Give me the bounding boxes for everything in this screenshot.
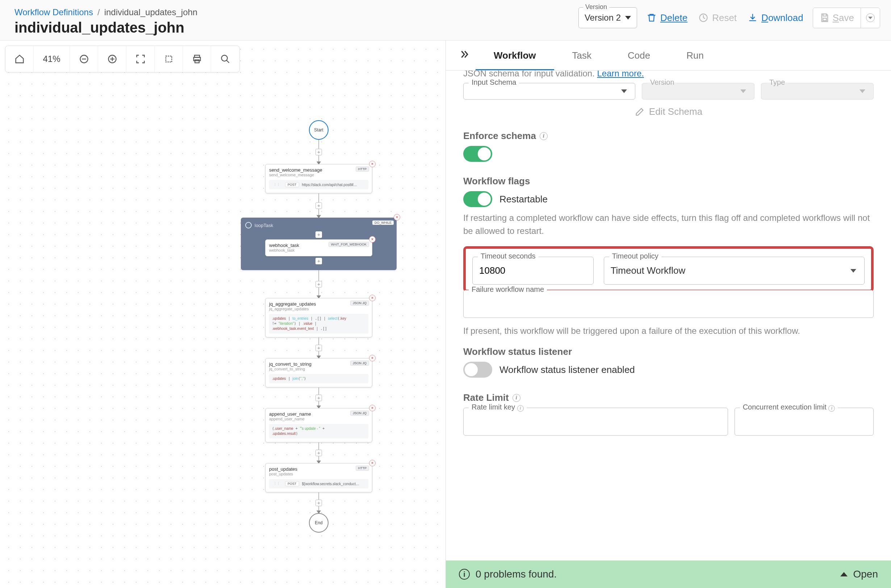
- trash-icon: [646, 13, 657, 23]
- download-button[interactable]: Download: [746, 10, 805, 26]
- info-icon[interactable]: i: [540, 132, 548, 140]
- side-panel: Workflow Task Code Run JSON schema for i…: [446, 40, 891, 588]
- tab-run[interactable]: Run: [668, 40, 722, 70]
- info-icon[interactable]: i: [517, 405, 524, 412]
- save-button-group: Save: [813, 8, 880, 28]
- tab-code[interactable]: Code: [610, 40, 668, 70]
- add-node-button[interactable]: +: [316, 450, 322, 456]
- minus-circle-icon: [79, 54, 89, 64]
- close-icon[interactable]: ×: [369, 460, 376, 466]
- close-icon[interactable]: ×: [369, 295, 376, 301]
- tab-workflow[interactable]: Workflow: [476, 40, 554, 70]
- tab-task[interactable]: Task: [554, 40, 610, 70]
- code-preview: (.user_name + "'s update - " +.updates.r…: [269, 424, 368, 438]
- header: Workflow Definitions / individual_update…: [0, 0, 891, 40]
- edit-schema-button[interactable]: Edit Schema: [463, 106, 874, 117]
- plus-circle-icon: [107, 54, 117, 64]
- problems-bar[interactable]: i 0 problems found. Open: [446, 561, 891, 588]
- status-listener-toggle[interactable]: [463, 362, 492, 378]
- reset-button[interactable]: Reset: [697, 10, 738, 26]
- svg-rect-9: [165, 56, 171, 62]
- version-select[interactable]: Version Version 2: [578, 7, 637, 28]
- rate-limit-key-field[interactable]: Rate limit key i: [463, 408, 728, 436]
- status-listener-label: Workflow status listener enabled: [499, 364, 635, 375]
- collapse-panel-button[interactable]: [453, 43, 476, 68]
- info-icon[interactable]: i: [828, 405, 835, 412]
- add-node-button[interactable]: +: [316, 202, 322, 209]
- enforce-schema-heading: Enforce schema i: [463, 130, 874, 142]
- task-node-post-updates[interactable]: × HTTP post_updates post_updates ⋮⋮ POST…: [265, 463, 372, 492]
- save-icon: [820, 13, 830, 23]
- search-button[interactable]: [211, 46, 239, 72]
- failure-help: If present, this workflow will be trigge…: [463, 324, 874, 338]
- version-select-disabled: Version: [642, 83, 754, 100]
- task-node-jq-aggregate[interactable]: × JSON JQ jq_aggregate_updates jq_aggreg…: [265, 298, 372, 338]
- info-icon[interactable]: i: [512, 394, 520, 402]
- breadcrumb: Workflow Definitions / individual_update…: [15, 7, 197, 17]
- canvas[interactable]: 41%: [0, 40, 446, 588]
- reset-icon: [698, 13, 708, 23]
- task-node-append-user[interactable]: × JSON JQ append_user_name append_user_n…: [265, 408, 372, 442]
- pencil-icon: [634, 107, 645, 117]
- svg-point-13: [222, 56, 227, 61]
- zoom-level[interactable]: 41%: [34, 46, 70, 72]
- concurrent-limit-field[interactable]: Concurrent execution limit i: [735, 408, 874, 436]
- save-dropdown[interactable]: [861, 8, 880, 28]
- task-node-webhook[interactable]: × WAIT_FOR_WEBHOOK webhook_task webhook_…: [265, 239, 372, 256]
- add-node-button[interactable]: +: [316, 345, 322, 351]
- add-node-button[interactable]: +: [316, 394, 322, 401]
- zoom-out-button[interactable]: [70, 46, 98, 72]
- add-node-button[interactable]: +: [316, 149, 322, 155]
- restartable-toggle[interactable]: [463, 191, 492, 207]
- close-icon[interactable]: ×: [369, 355, 376, 362]
- type-select-disabled: Type: [761, 83, 874, 100]
- zoom-in-button[interactable]: [98, 46, 126, 72]
- field-label: Type: [766, 78, 788, 87]
- task-node-jq-convert[interactable]: × JSON JQ jq_convert_to_string jq_conver…: [265, 358, 372, 387]
- task-title: post_updates: [269, 466, 368, 472]
- add-node-button[interactable]: +: [316, 231, 322, 238]
- add-node-button[interactable]: +: [316, 258, 322, 264]
- breadcrumb-root-link[interactable]: Workflow Definitions: [15, 7, 93, 17]
- timeout-policy-select[interactable]: Timeout policy Timeout Workflow: [604, 257, 865, 285]
- restartable-label: Restartable: [499, 194, 548, 205]
- schema-hint: JSON schema for input validation. Learn …: [463, 70, 874, 79]
- learn-more-link[interactable]: Learn more.: [597, 70, 644, 78]
- print-button[interactable]: [183, 46, 211, 72]
- concurrent-limit-input[interactable]: [741, 416, 867, 427]
- fit-button[interactable]: [126, 46, 155, 72]
- add-node-button[interactable]: +: [316, 500, 322, 506]
- input-schema-select[interactable]: Input Schema: [463, 83, 635, 100]
- save-button[interactable]: Save: [813, 8, 861, 28]
- timeout-seconds-input[interactable]: [479, 265, 587, 276]
- home-button[interactable]: [5, 46, 34, 72]
- timeout-policy-value: Timeout Workflow: [611, 265, 686, 276]
- start-node[interactable]: Start: [309, 120, 329, 140]
- field-label: Timeout policy: [609, 252, 661, 260]
- failure-workflow-field[interactable]: Failure workflow name: [463, 290, 874, 318]
- task-badge: JSON JQ: [350, 411, 369, 416]
- header-left: Workflow Definitions / individual_update…: [15, 7, 197, 36]
- timeout-seconds-field[interactable]: Timeout seconds: [472, 257, 593, 285]
- loop-badge: DO_WHILE: [372, 220, 394, 225]
- close-icon[interactable]: ×: [369, 405, 376, 411]
- delete-button[interactable]: Delete: [645, 10, 689, 26]
- rate-limit-key-input[interactable]: [470, 416, 721, 427]
- close-icon[interactable]: ×: [369, 161, 376, 167]
- field-label: Concurrent execution limit i: [740, 403, 838, 412]
- header-actions: Version Version 2 Delete Reset Download …: [578, 7, 880, 28]
- loop-node[interactable]: × DO_WHILE loopTask + × WAIT_FOR_WEBHOOK…: [241, 218, 397, 270]
- http-method-pill: POST: [285, 481, 299, 486]
- problems-open-label: Open: [853, 568, 878, 580]
- enforce-schema-toggle[interactable]: [463, 146, 492, 162]
- close-icon[interactable]: ×: [369, 236, 376, 243]
- side-body: JSON schema for input validation. Learn …: [446, 70, 891, 561]
- task-node-send-welcome[interactable]: × HTTP send_welcome_message send_welcome…: [265, 164, 372, 194]
- field-label: Version: [647, 78, 677, 87]
- close-icon[interactable]: ×: [394, 214, 400, 220]
- task-subtitle: post_updates: [269, 472, 368, 476]
- select-button[interactable]: [155, 46, 183, 72]
- add-node-button[interactable]: +: [316, 281, 322, 288]
- end-node[interactable]: End: [309, 513, 329, 532]
- failure-workflow-input[interactable]: [470, 298, 867, 310]
